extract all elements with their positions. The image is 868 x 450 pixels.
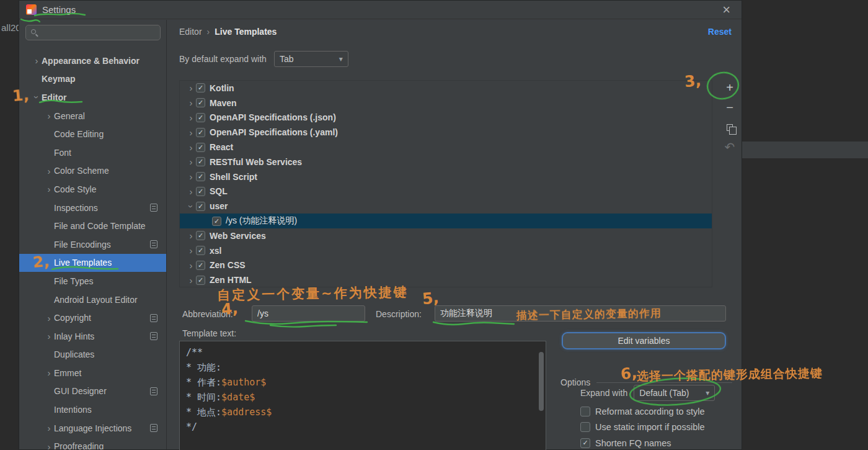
chevron-icon[interactable]: › [186, 201, 197, 211]
sidebar-item-font[interactable]: ›Font [19, 143, 166, 162]
reset-link[interactable]: Reset [708, 27, 732, 37]
sidebar-item-file-encodings[interactable]: ›File Encodings [19, 235, 166, 254]
template-row-zen-css[interactable]: ›✓Zen CSS [180, 258, 712, 273]
template-row-xsl[interactable]: ›✓xsl [180, 243, 712, 258]
template-row-kotlin[interactable]: ›✓Kotlin [180, 81, 712, 96]
checkbox[interactable]: ✓ [196, 143, 205, 152]
sidebar-item-proofreading[interactable]: ›Proofreading [19, 437, 166, 449]
checkbox[interactable]: ✓ [196, 98, 205, 107]
sidebar-item-file-types[interactable]: ›File Types [19, 272, 166, 290]
template-row-shell-script[interactable]: ›✓Shell Script [180, 169, 712, 184]
checkbox[interactable]: ✓ [196, 261, 205, 270]
checkbox[interactable]: ✓ [196, 276, 205, 285]
chevron-icon[interactable]: › [186, 142, 196, 153]
option-reformat-according-to-style[interactable]: Reformat according to style [580, 403, 705, 420]
chevron-icon[interactable]: › [186, 260, 196, 271]
chevron-icon[interactable]: › [186, 275, 196, 286]
chevron-icon[interactable]: › [186, 245, 196, 256]
sidebar-item-live-templates[interactable]: ›Live Templates [19, 254, 166, 272]
sidebar-item-code-style[interactable]: ›Code Style [19, 180, 166, 199]
checkbox[interactable]: ✓ [212, 217, 221, 226]
checkbox[interactable]: ✓ [196, 172, 205, 181]
chevron-icon[interactable]: › [44, 423, 54, 433]
duplicate-button[interactable] [722, 120, 737, 135]
checkbox[interactable]: ✓ [196, 128, 205, 137]
template-text-editor[interactable]: /*** 功能:* 作者:$author$* 时间:$date$* 地点:$ad… [179, 341, 546, 450]
sidebar-item-editor[interactable]: ›Editor [19, 88, 166, 107]
remove-button[interactable]: − [722, 100, 737, 115]
option-use-static-import-if-possible[interactable]: Use static import if possible [580, 420, 705, 436]
template-row-maven[interactable]: ›✓Maven [180, 96, 712, 110]
checkbox[interactable]: ✓ [196, 246, 205, 255]
template-row-ys[interactable]: ›✓/ys (功能注释说明) [180, 214, 712, 228]
sidebar-item-emmet[interactable]: ›Emmet [19, 364, 166, 382]
chevron-icon[interactable]: › [186, 171, 196, 182]
chevron-icon[interactable]: › [186, 186, 196, 197]
template-row-openapi-specifications-yaml[interactable]: ›✓OpenAPI Specifications (.yaml) [180, 125, 712, 140]
sidebar-item-inlay-hints[interactable]: ›Inlay Hints [19, 327, 166, 346]
chevron-icon[interactable]: › [32, 55, 42, 66]
close-icon[interactable]: × [722, 2, 730, 18]
chevron-icon[interactable]: › [44, 166, 54, 176]
chevron-down-icon: ▾ [706, 389, 709, 397]
template-row-react[interactable]: ›✓React [180, 140, 712, 155]
sidebar-item-code-editing[interactable]: ›Code Editing [19, 125, 166, 143]
chevron-icon[interactable]: › [186, 156, 196, 167]
sidebar-item-language-injections[interactable]: ›Language Injections [19, 419, 166, 438]
chevron-icon[interactable]: › [44, 110, 54, 121]
template-row-zen-html[interactable]: ›✓Zen HTML [180, 272, 712, 287]
checkbox[interactable]: ✓ [196, 113, 205, 122]
template-row-label: /ys (功能注释说明) [226, 215, 297, 227]
template-row-sql[interactable]: ›✓SQL [180, 184, 712, 199]
template-row-label: Maven [210, 98, 237, 108]
code-scrollbar[interactable] [539, 352, 544, 411]
option-shorten-fq-names[interactable]: ✓Shorten FQ names [580, 435, 705, 450]
chevron-icon[interactable]: › [44, 367, 54, 378]
chevron-icon[interactable]: › [186, 83, 196, 93]
code-line: * 功能: [186, 360, 539, 375]
checkbox[interactable]: ✓ [580, 438, 590, 448]
add-button[interactable]: + [722, 80, 737, 95]
description-input[interactable] [435, 305, 726, 322]
sidebar-item-appearance-behavior[interactable]: ›Appearance & Behavior [19, 52, 166, 70]
chevron-icon[interactable]: › [32, 92, 42, 102]
sidebar-item-copyright[interactable]: ›Copyright [19, 308, 166, 327]
chevron-icon[interactable]: › [186, 127, 196, 138]
checkbox[interactable] [580, 422, 590, 432]
intellij-logo-icon [26, 4, 37, 15]
checkbox[interactable]: ✓ [196, 83, 205, 92]
chevron-icon[interactable]: › [186, 112, 196, 123]
chevron-icon[interactable]: › [44, 441, 54, 449]
checkbox[interactable]: ✓ [196, 231, 205, 240]
template-row-web-services[interactable]: ›✓Web Services [180, 228, 712, 243]
chevron-icon[interactable]: › [44, 313, 54, 323]
sidebar-item-keymap[interactable]: ›Keymap [19, 70, 166, 89]
template-row-restful-web-services[interactable]: ›✓RESTful Web Services [180, 155, 712, 169]
sidebar-item-gui-designer[interactable]: ›GUI Designer [19, 382, 166, 401]
default-expand-select[interactable]: Tab ▾ [274, 51, 348, 67]
abbreviation-input[interactable] [252, 305, 365, 322]
sidebar-item-file-and-code-template[interactable]: ›File and Code Template [19, 217, 166, 235]
sidebar-item-inspections[interactable]: ›Inspections [19, 199, 166, 217]
checkbox[interactable]: ✓ [196, 187, 205, 196]
checkbox[interactable]: ✓ [196, 157, 205, 166]
template-row-openapi-specifications-json[interactable]: ›✓OpenAPI Specifications (.json) [180, 110, 712, 125]
checkbox[interactable] [580, 407, 590, 416]
edit-variables-button[interactable]: Edit variables [562, 332, 726, 349]
sidebar-item-android-layout-editor[interactable]: ›Android Layout Editor [19, 290, 166, 309]
checkbox[interactable]: ✓ [196, 202, 205, 211]
expand-with-select[interactable]: Default (Tab) ▾ [634, 385, 715, 401]
breadcrumb-editor[interactable]: Editor [179, 27, 202, 37]
chevron-icon[interactable]: › [186, 97, 196, 108]
chevron-icon[interactable]: › [44, 184, 54, 194]
revert-button[interactable]: ↶ [722, 140, 737, 155]
template-row-user[interactable]: ›✓user [180, 199, 712, 214]
sidebar-item-duplicates[interactable]: ›Duplicates [19, 346, 166, 364]
chevron-icon[interactable]: › [186, 230, 196, 241]
breadcrumb: Editor › Live Templates [179, 27, 277, 37]
sidebar-item-general[interactable]: ›General [19, 107, 166, 125]
sidebar-item-color-scheme[interactable]: ›Color Scheme [19, 162, 166, 181]
settings-search-input[interactable] [25, 25, 161, 40]
chevron-icon[interactable]: › [44, 331, 54, 341]
sidebar-item-intentions[interactable]: ›Intentions [19, 400, 166, 419]
